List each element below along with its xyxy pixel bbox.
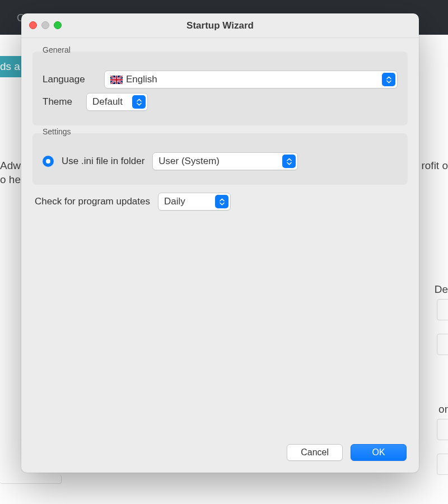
- zoom-window-button[interactable]: [54, 21, 62, 29]
- ok-button[interactable]: OK: [351, 444, 407, 461]
- ini-location-value: User (System): [158, 156, 220, 167]
- language-value: English: [126, 74, 157, 85]
- group-general: General Language: [32, 52, 408, 125]
- cancel-button[interactable]: Cancel: [287, 444, 343, 461]
- bg-teal-banner-fragment: ds a: [0, 56, 22, 77]
- updates-label: Check for program updates: [35, 196, 150, 207]
- language-label: Language: [43, 74, 96, 85]
- group-title-settings: Settings: [40, 127, 73, 136]
- updown-chevron-icon: [282, 155, 296, 168]
- bg-divider-fragment: [0, 475, 62, 484]
- svg-rect-4: [110, 79, 123, 80]
- bg-text-fragment: Adw: [0, 160, 21, 172]
- theme-label: Theme: [43, 96, 78, 108]
- bg-input-fragment: [437, 334, 448, 355]
- ini-folder-radio-label: Use .ini file in folder: [62, 156, 144, 167]
- ini-folder-radio[interactable]: [43, 156, 54, 167]
- group-title-general: General: [40, 45, 73, 54]
- dialog-title: Startup Wizard: [21, 20, 419, 31]
- window-controls: [29, 21, 62, 29]
- startup-wizard-dialog: Startup Wizard General Language: [21, 13, 419, 473]
- close-window-button[interactable]: [29, 21, 37, 29]
- updown-chevron-icon: [132, 95, 146, 109]
- bg-text-fragment: rofit o: [421, 160, 448, 172]
- titlebar: Startup Wizard: [21, 13, 419, 38]
- theme-select[interactable]: Default: [86, 93, 148, 111]
- updown-chevron-icon: [215, 195, 228, 208]
- bg-input-fragment: [437, 454, 448, 475]
- ini-location-select[interactable]: User (System): [152, 152, 298, 170]
- bg-text-fragment: o he: [0, 174, 21, 186]
- updates-value: Daily: [164, 196, 185, 207]
- bg-input-fragment: [437, 419, 448, 440]
- updates-select[interactable]: Daily: [158, 193, 231, 211]
- theme-value: Default: [92, 96, 123, 108]
- updown-chevron-icon: [382, 73, 395, 86]
- minimize-window-button[interactable]: [41, 21, 49, 29]
- bg-text-fragment: De: [435, 283, 448, 296]
- bg-input-fragment: [437, 299, 448, 320]
- bg-text-fragment: or: [438, 403, 448, 416]
- language-select[interactable]: English: [104, 71, 398, 88]
- group-settings: Settings Use .ini file in folder User (S…: [32, 133, 408, 185]
- uk-flag-icon: [110, 76, 123, 84]
